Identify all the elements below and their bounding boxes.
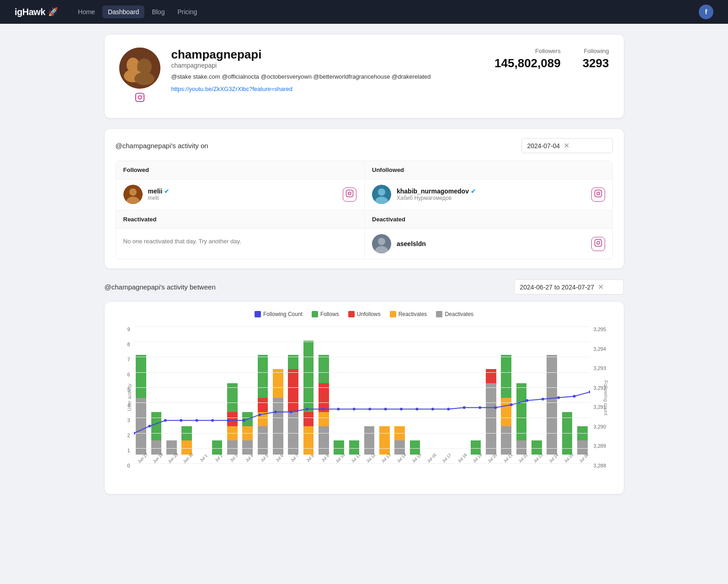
bar-group [164,327,179,455]
nav-home[interactable]: Home [73,5,101,18]
activity-grid: Followed [116,161,613,259]
followed-content: melii ✔ melii [116,179,364,209]
reactivated-content: No one reactivated that day. Try another… [116,229,364,254]
bar-segment-follows [258,355,268,397]
bars-and-grid [134,327,590,455]
y-left-tick: 9 [127,327,130,332]
bar-segment-reactivates [227,426,238,440]
svg-point-7 [142,95,143,96]
following-value: 3293 [583,56,609,70]
instagram-link-icon[interactable] [135,92,145,105]
bar-segment-deactivates [319,426,329,455]
bar-group [499,327,514,455]
bar-group [423,327,437,455]
brand-name: igHawk [15,7,45,17]
bar-stack [181,426,192,455]
activity-between-header: @champagnepapi's activity between 2024-0… [105,279,624,295]
followers-stat: Followers 145,802,089 [494,48,561,70]
bar-stack [516,383,527,455]
bar-segment-follows [181,426,192,440]
bar-segment-deactivates [364,426,375,455]
svg-point-18 [597,192,600,195]
bar-segment-follows [227,383,238,412]
bar-group [149,327,164,455]
bar-group [362,327,377,455]
bar-group [545,327,559,455]
legend-color [348,311,355,317]
legend-label: Reactivates [399,311,427,317]
nav-blog[interactable]: Blog [146,5,170,18]
bar-segment-unfollows [486,369,496,383]
bar-segment-deactivates [501,426,511,455]
profile-card: champagnepapi champagnepapi @stake stake… [105,35,624,118]
khabib-instagram-icon[interactable] [591,188,605,202]
svg-point-6 [138,96,141,99]
khabib-info: khabib_nurmagomedov ✔ Хабиб Нурмагомедов [397,188,586,201]
bar-segment-follows [136,355,146,397]
activity-on-header: @champagnepapi's activity on 2024-07-04 … [116,138,613,153]
verified-icon: ✔ [164,188,169,195]
aseel-instagram-icon[interactable] [591,237,605,251]
profile-avatar [119,48,160,89]
legend-item: Unfollows [348,311,381,317]
date-range-clear-button[interactable]: ✕ [598,283,604,291]
y-right-tick: 3,295 [594,327,606,332]
bar-stack [227,383,238,455]
y-right-tick: 3,293 [594,365,606,371]
date-range-picker[interactable]: 2024-06-27 to 2024-07-27 ✕ [514,279,624,295]
legend-color [255,311,261,317]
y-left-tick: 8 [127,342,130,347]
legend-item: Following Count [255,311,303,317]
user-avatar[interactable]: f [699,5,713,19]
bar-segment-reactivates [258,412,268,426]
legend-label: Deactivates [445,311,473,317]
nav-pricing[interactable]: Pricing [172,5,202,18]
bar-segment-reactivates [379,426,390,455]
bar-stack [258,355,268,455]
melii-handle: melii [148,195,338,201]
date-picker[interactable]: 2024-07-04 ✕ [521,138,613,153]
legend-color [312,311,318,317]
bar-group [134,327,149,455]
bar-stack [394,426,405,455]
legend-item: Follows [312,311,339,317]
legend-label: Follows [320,311,339,317]
bar-stack [547,355,557,455]
bar-segment-reactivates [501,398,511,426]
nav-links: Home Dashboard Blog Pricing [73,5,684,18]
bar-group [377,327,392,455]
bar-group [468,327,483,455]
bar-segment-reactivates [273,369,283,397]
date-clear-button[interactable]: ✕ [563,141,569,150]
bar-group [575,327,590,455]
unfollowed-user-row: khabib_nurmagomedov ✔ Хабиб Нурмагомедов [372,185,605,204]
activity-on-title: @champagnepapi's activity on [116,142,208,150]
reactivated-empty: No one reactivated that day. Try another… [123,234,357,248]
unfollowed-header: Unfollowed [365,161,612,179]
profile-link[interactable]: https://youtu.be/ZkXG3ZrXlbc?feature=sha… [171,86,293,92]
svg-rect-11 [346,190,353,197]
bar-group [438,327,452,455]
melii-avatar [123,185,143,204]
bar-segment-unfollows [258,398,268,412]
following-stat: Following 3293 [583,48,609,70]
y-right-tick: 3,294 [594,346,606,352]
unfollowed-col: Unfollowed [364,161,612,209]
bar-segment-reactivates [303,426,314,455]
bar-group [286,327,300,455]
khabib-sub: Хабиб Нурмагомедов [397,195,586,201]
bar-group [179,327,194,455]
bar-group [331,327,346,455]
melii-instagram-icon[interactable] [343,188,356,202]
bar-group [271,327,285,455]
bar-stack [151,412,162,455]
aseel-name: aseelsldn [397,240,586,247]
chart-area-wrap: 9876543210 User activity Jun 27Jun 28Jun… [121,327,607,468]
bar-stack [319,355,329,455]
navbar: igHawk 🚀 Home Dashboard Blog Pricing f [0,0,728,24]
deactivated-user-row: aseelsldn [372,234,605,253]
activity-between-title: @champagnepapi's activity between [105,283,216,291]
khabib-verified-icon: ✔ [471,188,476,195]
bar-group [529,327,544,455]
nav-dashboard[interactable]: Dashboard [102,5,145,18]
